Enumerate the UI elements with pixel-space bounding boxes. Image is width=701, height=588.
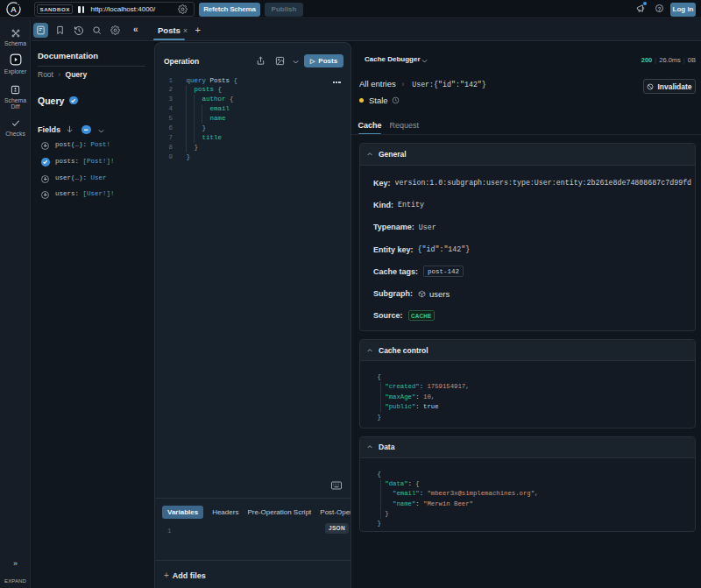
svg-text:A: A [11, 4, 17, 14]
